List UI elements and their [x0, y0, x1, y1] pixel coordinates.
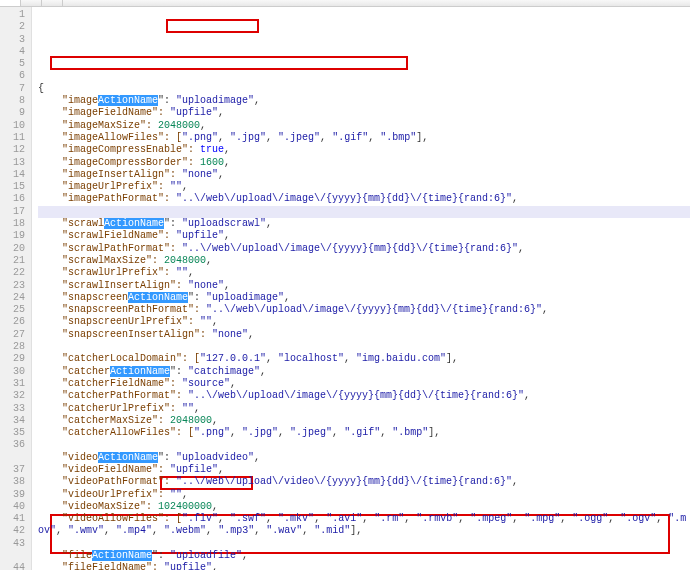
- line-number: 4: [0, 46, 25, 58]
- code-line[interactable]: "snapscreenInsertAlign": "none",: [38, 329, 690, 341]
- code-line[interactable]: "videoMaxSize": 102400000,: [38, 501, 690, 513]
- code-line[interactable]: "catcherPathFormat": "..\/web\/upload\/i…: [38, 390, 690, 402]
- line-number: 17: [0, 206, 25, 218]
- line-number: 23: [0, 280, 25, 292]
- line-number: 20: [0, 243, 25, 255]
- line-number: 44: [0, 562, 25, 570]
- line-number: 26: [0, 316, 25, 328]
- code-line[interactable]: {: [38, 83, 690, 95]
- line-number: 6: [0, 70, 25, 82]
- code-line[interactable]: "catcherAllowFiles": [".png", ".jpg", ".…: [38, 427, 690, 439]
- line-number: 30: [0, 366, 25, 378]
- code-line[interactable]: "videoAllowFiles": [".flv", ".swf", ".mk…: [38, 513, 690, 538]
- line-number: 25: [0, 304, 25, 316]
- line-number: 21: [0, 255, 25, 267]
- line-number: 38: [0, 476, 25, 488]
- line-number: 33: [0, 403, 25, 415]
- code-line[interactable]: [38, 538, 690, 550]
- line-number: 29: [0, 353, 25, 365]
- line-number: 19: [0, 230, 25, 242]
- code-editor[interactable]: { "imageActionName": "uploadimage", "ima…: [32, 7, 690, 570]
- line-number: 39: [0, 489, 25, 501]
- line-number: 9: [0, 107, 25, 119]
- line-number: 7: [0, 83, 25, 95]
- line-number: 43: [0, 538, 25, 563]
- code-line[interactable]: "imageMaxSize": 2048000,: [38, 120, 690, 132]
- line-number: 1: [0, 9, 25, 21]
- editor-tab[interactable]: [0, 0, 21, 6]
- code-line[interactable]: "catcherLocalDomain": ["127.0.0.1", "loc…: [38, 353, 690, 365]
- line-number: 2: [0, 21, 25, 33]
- line-number: 3: [0, 34, 25, 46]
- code-line[interactable]: "catcherFieldName": "source",: [38, 378, 690, 390]
- code-line[interactable]: "imageFieldName": "upfile",: [38, 107, 690, 119]
- code-line[interactable]: "videoActionName": "uploadvideo",: [38, 452, 690, 464]
- code-line[interactable]: "scrawlFieldName": "upfile",: [38, 230, 690, 242]
- code-line[interactable]: [38, 341, 690, 353]
- line-number: 31: [0, 378, 25, 390]
- code-line[interactable]: [38, 439, 690, 451]
- code-line[interactable]: "videoUrlPrefix": "",: [38, 489, 690, 501]
- code-line[interactable]: "imageUrlPrefix": "",: [38, 181, 690, 193]
- editor-tab[interactable]: [21, 0, 42, 6]
- code-line[interactable]: "snapscreenUrlPrefix": "",: [38, 316, 690, 328]
- code-line[interactable]: "scrawlInsertAlign": "none",: [38, 280, 690, 292]
- code-line[interactable]: "fileActionName": "uploadfile",: [38, 550, 690, 562]
- code-line[interactable]: "fileFieldName": "upfile",: [38, 562, 690, 570]
- tab-bar: [0, 0, 690, 7]
- editor-tab[interactable]: [42, 0, 63, 6]
- code-line[interactable]: "imageActionName": "uploadimage",: [38, 95, 690, 107]
- line-number: 24: [0, 292, 25, 304]
- code-line[interactable]: "videoFieldName": "upfile",: [38, 464, 690, 476]
- code-line[interactable]: "snapscreenPathFormat": "..\/web\/upload…: [38, 304, 690, 316]
- code-line[interactable]: "scrawlPathFormat": "..\/web\/upload\/im…: [38, 243, 690, 255]
- code-line[interactable]: "catcherActionName": "catchimage",: [38, 366, 690, 378]
- line-number: 35: [0, 427, 25, 439]
- line-number: 5: [0, 58, 25, 70]
- code-line[interactable]: "scrawlUrlPrefix": "",: [38, 267, 690, 279]
- code-line[interactable]: "scrawlMaxSize": 2048000,: [38, 255, 690, 267]
- line-number: 37: [0, 464, 25, 476]
- code-line[interactable]: [38, 206, 690, 218]
- code-line[interactable]: "imageCompressBorder": 1600,: [38, 157, 690, 169]
- line-number: 10: [0, 120, 25, 132]
- highlight-box: [50, 56, 408, 70]
- highlight-box: [166, 19, 259, 33]
- code-line[interactable]: "scrawlActionName": "uploadscrawl",: [38, 218, 690, 230]
- line-number: 34: [0, 415, 25, 427]
- line-number: 11: [0, 132, 25, 144]
- line-number: 22: [0, 267, 25, 279]
- line-number: 12: [0, 144, 25, 156]
- code-line[interactable]: "catcherMaxSize": 2048000,: [38, 415, 690, 427]
- line-number: 28: [0, 341, 25, 353]
- line-number: 36: [0, 439, 25, 464]
- code-line[interactable]: "snapscreenActionName": "uploadimage",: [38, 292, 690, 304]
- code-line[interactable]: "imageAllowFiles": [".png", ".jpg", ".jp…: [38, 132, 690, 144]
- line-number: 14: [0, 169, 25, 181]
- line-number: 15: [0, 181, 25, 193]
- line-number-gutter: 1234567891011121314151617181920212223242…: [0, 7, 32, 570]
- line-number: 8: [0, 95, 25, 107]
- code-line[interactable]: "imageCompressEnable": true,: [38, 144, 690, 156]
- code-line[interactable]: "catcherUrlPrefix": "",: [38, 403, 690, 415]
- line-number: 42: [0, 525, 25, 537]
- line-number: 13: [0, 157, 25, 169]
- line-number: 40: [0, 501, 25, 513]
- line-number: 18: [0, 218, 25, 230]
- line-number: 27: [0, 329, 25, 341]
- line-number: 16: [0, 193, 25, 205]
- line-number: 41: [0, 513, 25, 525]
- line-number: 32: [0, 390, 25, 402]
- code-line[interactable]: "imagePathFormat": "..\/web\/upload\/ima…: [38, 193, 690, 205]
- code-line[interactable]: "imageInsertAlign": "none",: [38, 169, 690, 181]
- code-line[interactable]: "videoPathFormat": "..\/web\/upload\/vid…: [38, 476, 690, 488]
